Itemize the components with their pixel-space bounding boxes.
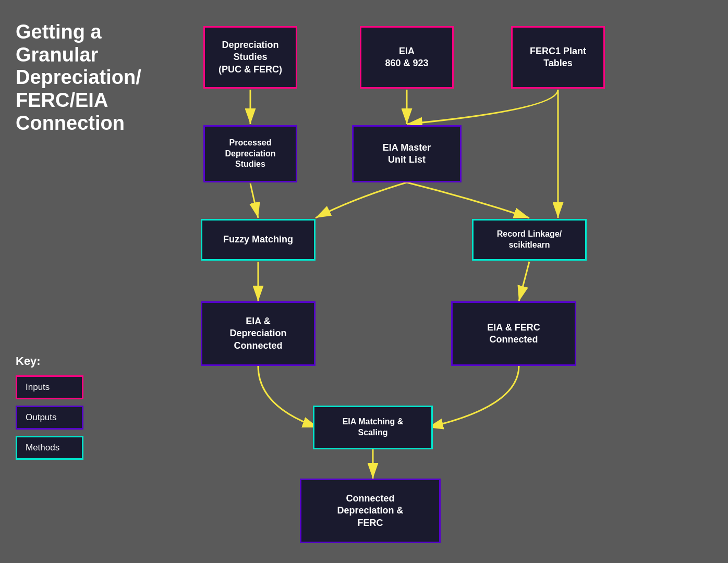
key-section: Key: Inputs Outputs Methods xyxy=(16,354,83,466)
box-fuzzy-matching: Fuzzy Matching xyxy=(201,219,316,261)
box-eia-master-unit: EIA MasterUnit List xyxy=(352,125,462,182)
key-inputs: Inputs xyxy=(16,375,83,399)
box-eia-matching-scaling: EIA Matching &Scaling xyxy=(313,406,433,449)
arrows-svg xyxy=(172,10,714,553)
flowchart: DepreciationStudies(PUC & FERC) EIA860 &… xyxy=(172,10,714,553)
box-eia-depreciation-connected: EIA &DepreciationConnected xyxy=(201,301,316,366)
svg-line-6 xyxy=(519,262,529,301)
box-connected-depreciation-ferc: ConnectedDepreciation &FERC xyxy=(300,479,441,543)
key-label: Key: xyxy=(16,354,83,368)
box-eia-860-923: EIA860 & 923 xyxy=(360,26,454,89)
box-ferc1-plant: FERC1 PlantTables xyxy=(511,26,605,89)
box-eia-ferc-connected: EIA & FERCConnected xyxy=(451,301,576,366)
key-outputs: Outputs xyxy=(16,406,83,430)
page-title: Getting a Granular Depreciation/ FERC/EI… xyxy=(16,21,162,134)
box-record-linkage: Record Linkage/scikitlearn xyxy=(472,219,587,261)
box-depreciation-studies: DepreciationStudies(PUC & FERC) xyxy=(203,26,297,89)
svg-line-3 xyxy=(250,183,258,218)
key-methods: Methods xyxy=(16,436,83,460)
box-processed-depreciation: ProcessedDepreciationStudies xyxy=(203,125,297,182)
